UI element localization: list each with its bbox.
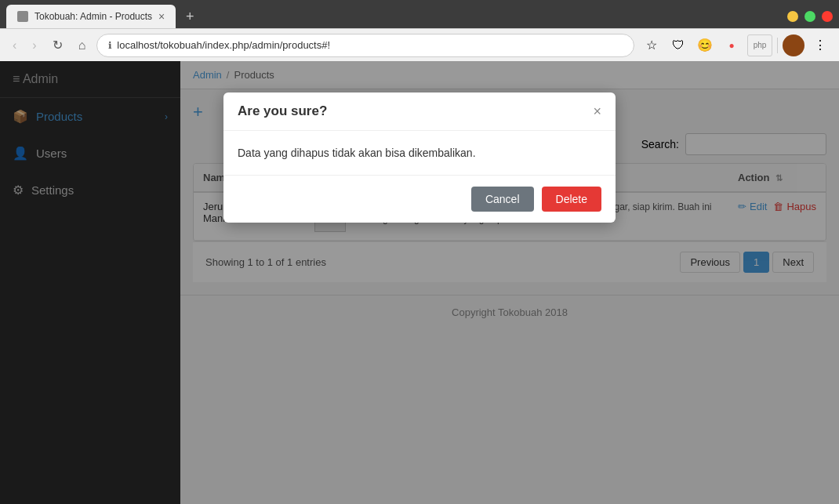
tab-close-icon[interactable]: ×: [158, 11, 165, 22]
close-button[interactable]: [822, 11, 833, 22]
modal-header: Are you sure? ×: [223, 92, 616, 131]
new-tab-button[interactable]: +: [179, 5, 201, 27]
modal-close-button[interactable]: ×: [593, 104, 601, 118]
tab-favicon: [17, 11, 28, 22]
reload-button[interactable]: ↻: [48, 34, 67, 56]
modal-delete-button[interactable]: Delete: [542, 187, 601, 212]
modal-body: Data yang dihapus tidak akan bisa dikemb…: [223, 131, 616, 175]
modal-footer: Cancel Delete: [223, 175, 616, 223]
address-bar[interactable]: ℹ localhost/tokobuah/index.php/admin/pro…: [96, 34, 634, 57]
back-button[interactable]: ‹: [8, 35, 21, 56]
more-options-icon[interactable]: ⋮: [809, 34, 831, 56]
confirm-delete-modal: Are you sure? × Data yang dihapus tidak …: [223, 92, 616, 223]
php-icon[interactable]: php: [747, 34, 772, 56]
shield-icon[interactable]: 🛡: [667, 34, 689, 56]
browser-logo-icon[interactable]: ●: [721, 34, 743, 56]
modal-cancel-button[interactable]: Cancel: [471, 187, 534, 212]
forward-button[interactable]: ›: [27, 35, 41, 56]
browser-tab[interactable]: Tokobuah: Admin - Products ×: [6, 5, 176, 28]
home-button[interactable]: ⌂: [74, 35, 91, 56]
lock-icon: ℹ: [108, 40, 112, 51]
emoji-icon[interactable]: 😊: [694, 34, 716, 56]
url-text: localhost/tokobuah/index.php/admin/produ…: [117, 39, 330, 51]
profile-avatar[interactable]: [783, 34, 804, 56]
modal-title: Are you sure?: [238, 103, 327, 119]
bookmark-icon[interactable]: ☆: [641, 34, 663, 56]
tab-title: Tokobuah: Admin - Products: [35, 11, 152, 22]
minimize-button[interactable]: [787, 11, 798, 22]
nav-separator: [777, 38, 778, 53]
modal-body-text: Data yang dihapus tidak akan bisa dikemb…: [238, 147, 476, 159]
maximize-button[interactable]: [804, 11, 815, 22]
modal-overlay: Are you sure? × Data yang dihapus tidak …: [0, 61, 839, 504]
